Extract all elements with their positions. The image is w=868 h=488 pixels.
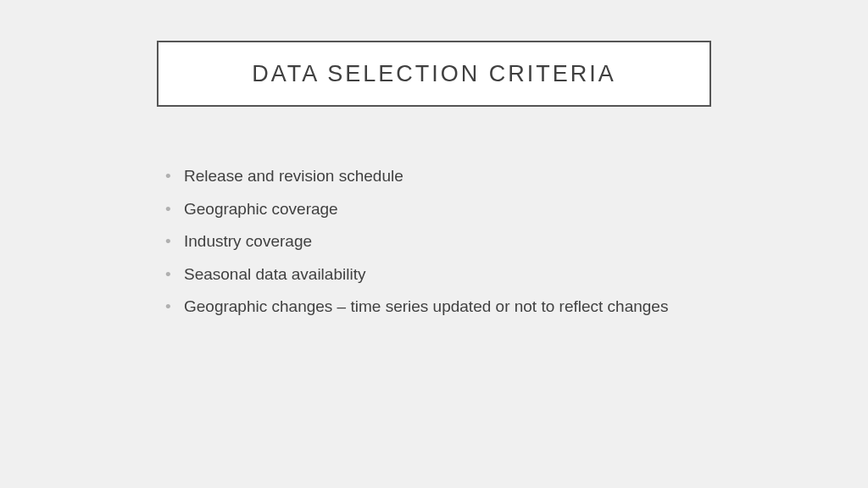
bullet-text: Geographic changes – time series updated…	[184, 296, 759, 319]
slide-title: DATA SELECTION CRITERIA	[252, 61, 616, 87]
list-item: • Seasonal data availability	[165, 263, 759, 286]
bullet-icon: •	[165, 296, 175, 319]
list-item: • Industry coverage	[165, 230, 759, 253]
list-item: • Geographic changes – time series updat…	[165, 296, 759, 319]
bullet-text: Geographic coverage	[184, 198, 759, 221]
bullet-icon: •	[165, 263, 175, 286]
title-container: DATA SELECTION CRITERIA	[157, 41, 711, 107]
bullet-text: Industry coverage	[184, 230, 759, 253]
bullet-icon: •	[165, 230, 175, 253]
list-item: • Release and revision schedule	[165, 165, 759, 188]
bullet-icon: •	[165, 198, 175, 221]
bullet-text: Seasonal data availability	[184, 263, 759, 286]
bullet-list: • Release and revision schedule • Geogra…	[165, 165, 759, 329]
list-item: • Geographic coverage	[165, 198, 759, 221]
bullet-text: Release and revision schedule	[184, 165, 759, 188]
bullet-icon: •	[165, 165, 175, 188]
